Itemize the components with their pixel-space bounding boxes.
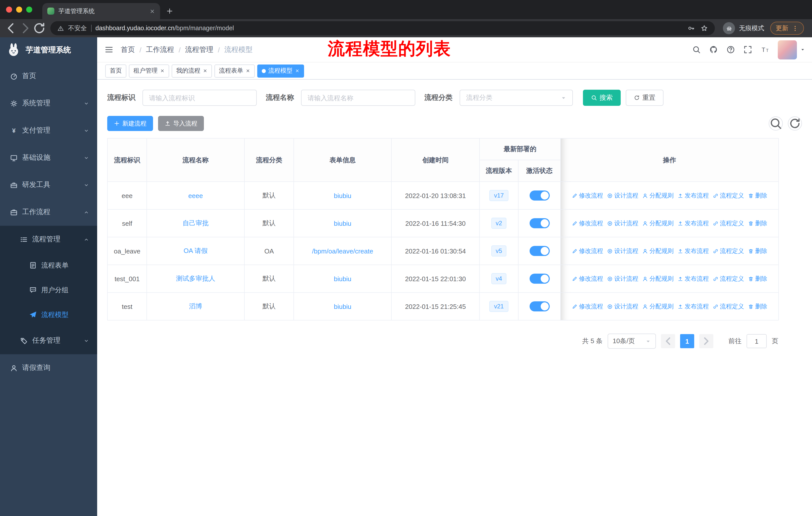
action-modify[interactable]: 修改流程 bbox=[572, 191, 603, 200]
sidebar-item-leave-query[interactable]: 请假查询 bbox=[0, 354, 97, 381]
action-definition[interactable]: 流程定义 bbox=[713, 219, 744, 227]
sidebar-item-infrastructure[interactable]: 基础设施 bbox=[0, 144, 97, 171]
action-publish[interactable]: 发布流程 bbox=[677, 219, 709, 227]
action-design[interactable]: 设计流程 bbox=[607, 302, 638, 311]
action-publish[interactable]: 发布流程 bbox=[677, 302, 709, 311]
breadcrumb-item[interactable]: 工作流程 bbox=[146, 45, 174, 54]
form-info-link[interactable]: /bpm/oa/leave/create bbox=[312, 247, 373, 255]
page-size-select[interactable]: 10条/页 bbox=[608, 333, 656, 349]
action-delete[interactable]: 删除 bbox=[748, 247, 767, 255]
action-assign[interactable]: 分配规则 bbox=[642, 191, 673, 200]
action-delete[interactable]: 删除 bbox=[748, 219, 767, 227]
sidebar-item-home[interactable]: 首页 bbox=[0, 62, 97, 90]
tag-tenant-manage[interactable]: 租户管理 bbox=[129, 64, 169, 77]
action-assign[interactable]: 分配规则 bbox=[642, 274, 673, 283]
window-minimize-button[interactable] bbox=[16, 6, 22, 12]
sidebar-item-process-manage[interactable]: 流程管理 bbox=[0, 226, 97, 253]
search-icon[interactable] bbox=[692, 45, 701, 54]
process-name-link[interactable]: eeee bbox=[188, 192, 203, 199]
sidebar-item-dev-tools[interactable]: 研发工具 bbox=[0, 171, 97, 198]
browser-back-icon[interactable] bbox=[4, 22, 18, 35]
tag-home[interactable]: 首页 bbox=[105, 64, 126, 77]
tag-process-form[interactable]: 流程表单 bbox=[214, 64, 255, 77]
breadcrumb-item[interactable]: 首页 bbox=[121, 45, 135, 54]
action-design[interactable]: 设计流程 bbox=[607, 274, 638, 283]
hamburger-icon[interactable] bbox=[97, 45, 121, 54]
process-name-link[interactable]: 滔博 bbox=[189, 302, 202, 310]
action-design[interactable]: 设计流程 bbox=[607, 247, 638, 255]
create-process-button[interactable]: 新建流程 bbox=[107, 116, 153, 131]
password-key-icon[interactable] bbox=[688, 25, 695, 32]
avatar[interactable] bbox=[778, 40, 797, 59]
browser-menu-dots-icon[interactable] bbox=[792, 25, 799, 31]
active-toggle[interactable] bbox=[529, 246, 549, 256]
filter-select-category[interactable]: 流程分类 bbox=[460, 90, 573, 106]
browser-reload-icon[interactable] bbox=[32, 22, 46, 35]
action-delete[interactable]: 删除 bbox=[748, 302, 767, 311]
search-button[interactable]: 搜索 bbox=[583, 90, 621, 106]
tag-close-icon[interactable] bbox=[203, 69, 207, 73]
process-name-link[interactable]: 测试多审批人 bbox=[176, 275, 215, 282]
form-info-link[interactable]: biubiu bbox=[334, 275, 351, 282]
sidebar-item-process-model[interactable]: 流程模型 bbox=[0, 302, 97, 327]
window-zoom-button[interactable] bbox=[26, 6, 32, 12]
form-info-link[interactable]: biubiu bbox=[334, 192, 351, 199]
prev-page-button[interactable] bbox=[661, 334, 675, 348]
sidebar-item-system-manage[interactable]: 系统管理 bbox=[0, 90, 97, 117]
window-close-button[interactable] bbox=[6, 6, 12, 12]
tag-my-process[interactable]: 我的流程 bbox=[172, 64, 212, 77]
tag-close-icon[interactable] bbox=[160, 69, 165, 73]
browser-forward-icon[interactable] bbox=[18, 22, 32, 35]
sidebar-item-user-group[interactable]: 用户分组 bbox=[0, 278, 97, 302]
sidebar-item-task-manage[interactable]: 任务管理 bbox=[0, 327, 97, 354]
action-modify[interactable]: 修改流程 bbox=[572, 219, 603, 227]
action-definition[interactable]: 流程定义 bbox=[713, 247, 744, 255]
help-icon[interactable] bbox=[726, 45, 735, 54]
action-assign[interactable]: 分配规则 bbox=[642, 219, 673, 227]
github-icon[interactable] bbox=[709, 45, 718, 54]
action-definition[interactable]: 流程定义 bbox=[713, 191, 744, 200]
action-publish[interactable]: 发布流程 bbox=[677, 274, 709, 283]
filter-input-id[interactable] bbox=[142, 90, 257, 106]
update-button[interactable]: 更新 bbox=[770, 22, 804, 35]
action-modify[interactable]: 修改流程 bbox=[572, 274, 603, 283]
bookmark-star-icon[interactable] bbox=[701, 25, 708, 32]
process-name-link[interactable]: 自己审批 bbox=[182, 219, 209, 227]
breadcrumb-item[interactable]: 流程管理 bbox=[185, 45, 213, 54]
sidebar-item-payment-manage[interactable]: ¥支付管理 bbox=[0, 117, 97, 144]
action-definition[interactable]: 流程定义 bbox=[713, 302, 744, 311]
import-process-button[interactable]: 导入流程 bbox=[158, 116, 204, 131]
fullscreen-icon[interactable] bbox=[744, 45, 752, 54]
active-toggle[interactable] bbox=[529, 190, 549, 200]
reset-button[interactable]: 重置 bbox=[626, 90, 664, 106]
action-modify[interactable]: 修改流程 bbox=[572, 247, 603, 255]
filter-input-name[interactable] bbox=[301, 90, 415, 106]
next-page-button[interactable] bbox=[699, 334, 713, 348]
action-publish[interactable]: 发布流程 bbox=[677, 247, 709, 255]
action-design[interactable]: 设计流程 bbox=[607, 191, 638, 200]
sidebar-item-process-form[interactable]: 流程表单 bbox=[0, 253, 97, 278]
new-tab-button[interactable] bbox=[166, 7, 173, 15]
toggle-search-button[interactable] bbox=[769, 116, 783, 131]
action-definition[interactable]: 流程定义 bbox=[713, 274, 744, 283]
tab-close-icon[interactable] bbox=[149, 8, 155, 14]
form-info-link[interactable]: biubiu bbox=[334, 219, 351, 227]
active-toggle[interactable] bbox=[529, 301, 549, 311]
tag-close-icon[interactable] bbox=[295, 69, 299, 73]
action-publish[interactable]: 发布流程 bbox=[677, 191, 709, 200]
goto-page-input[interactable] bbox=[747, 334, 767, 348]
tag-process-model[interactable]: 流程模型 bbox=[257, 64, 304, 77]
action-delete[interactable]: 删除 bbox=[748, 274, 767, 283]
refresh-table-button[interactable] bbox=[788, 116, 802, 131]
sidebar-item-workflow[interactable]: 工作流程 bbox=[0, 198, 97, 226]
action-assign[interactable]: 分配规则 bbox=[642, 302, 673, 311]
font-size-icon[interactable]: TT bbox=[761, 45, 769, 54]
form-info-link[interactable]: biubiu bbox=[334, 303, 351, 310]
action-design[interactable]: 设计流程 bbox=[607, 219, 638, 227]
action-delete[interactable]: 删除 bbox=[748, 191, 767, 200]
current-page-button[interactable]: 1 bbox=[680, 334, 694, 348]
process-name-link[interactable]: OA 请假 bbox=[183, 247, 207, 254]
tag-close-icon[interactable] bbox=[246, 69, 250, 73]
action-modify[interactable]: 修改流程 bbox=[572, 302, 603, 311]
browser-tab[interactable]: 芋道管理系统 bbox=[42, 3, 160, 19]
